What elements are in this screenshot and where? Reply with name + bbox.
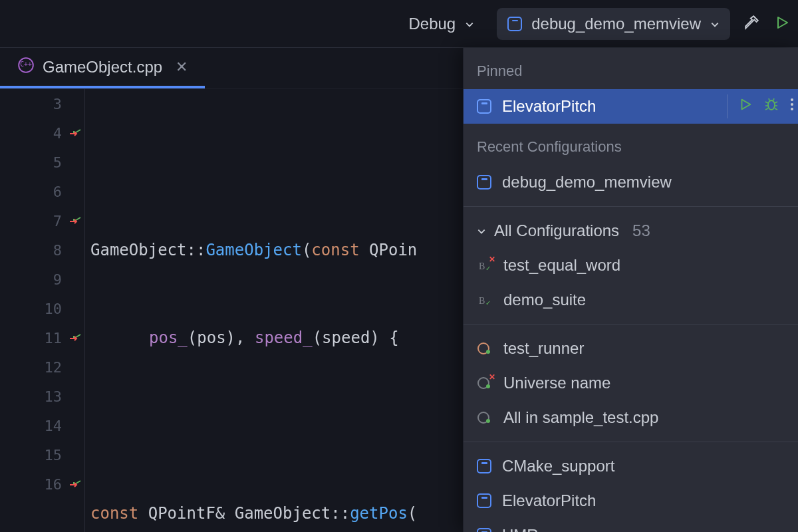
config-label: ElevatorPitch <box>502 97 596 116</box>
app-target-icon <box>477 99 491 114</box>
all-configs-count: 53 <box>632 221 650 240</box>
chevron-down-icon <box>477 221 486 240</box>
catch-test-icon <box>477 410 493 426</box>
app-target-icon <box>477 528 491 532</box>
line-number: 10 <box>0 294 84 323</box>
vcs-change-marker[interactable] <box>68 128 82 138</box>
line-number: 13 <box>0 382 84 411</box>
config-item-cmake-support[interactable]: CMake_support <box>464 449 798 483</box>
build-config-label: Debug <box>408 15 456 33</box>
tab-gameobject-cpp[interactable]: C++ GameObject.cpp ✕ <box>0 48 205 88</box>
config-label: test_runner <box>503 339 584 358</box>
config-label: demo_suite <box>503 291 586 309</box>
boost-test-icon: B✓ <box>477 257 493 273</box>
config-label: test_equal_word <box>503 256 620 275</box>
debug-icon[interactable] <box>763 96 779 116</box>
vcs-change-marker[interactable] <box>68 479 82 489</box>
catch-test-icon <box>477 340 493 356</box>
svg-text:B: B <box>479 296 485 306</box>
config-item-elevatorpitch-2[interactable]: ElevatorPitch <box>464 483 798 518</box>
config-label: ElevatorPitch <box>502 491 596 510</box>
svg-point-15 <box>486 419 490 423</box>
line-number: 3 <box>0 89 84 118</box>
app-target-icon <box>507 17 522 31</box>
svg-text:B: B <box>479 261 485 271</box>
line-number: 4 <box>0 118 84 148</box>
config-item-debug-demo-memview[interactable]: debug_demo_memview <box>464 165 798 200</box>
chevron-down-icon <box>710 15 720 33</box>
close-tab-button[interactable]: ✕ <box>176 59 188 76</box>
config-item-umr[interactable]: UMR <box>464 518 798 532</box>
run-button[interactable] <box>774 15 790 33</box>
top-toolbar: Debug debug_demo_memview <box>0 0 798 48</box>
line-number: 9 <box>0 265 84 294</box>
catch-test-icon <box>477 375 493 391</box>
config-label: UMR <box>502 526 539 532</box>
config-item-universe-name[interactable]: Universe name <box>464 366 798 400</box>
run-icon[interactable] <box>738 97 753 116</box>
vcs-change-marker[interactable] <box>68 333 82 342</box>
divider <box>464 206 798 207</box>
run-config-dropdown: Pinned ElevatorPitch Recent Configuratio… <box>463 48 798 532</box>
run-config-label: debug_demo_memview <box>531 15 701 33</box>
svg-point-3 <box>791 98 793 101</box>
line-number: 11 <box>0 323 84 352</box>
app-target-icon <box>477 175 491 190</box>
svg-point-11 <box>486 350 490 354</box>
line-number: 12 <box>0 352 84 382</box>
vcs-change-marker[interactable] <box>68 216 82 225</box>
divider <box>464 442 798 442</box>
config-item-elevatorpitch[interactable]: ElevatorPitch <box>464 89 798 124</box>
config-label: Universe name <box>503 374 610 392</box>
app-target-icon <box>477 493 491 508</box>
svg-point-2 <box>768 100 775 110</box>
svg-point-13 <box>486 384 490 388</box>
svg-text:C++: C++ <box>20 61 32 68</box>
gutter: 3 4 5 6 7 8 9 10 11 12 13 14 15 16 <box>0 89 85 532</box>
svg-text:✓: ✓ <box>485 265 491 272</box>
config-label: CMake_support <box>502 457 614 475</box>
line-number: 14 <box>0 411 84 440</box>
chevron-down-icon <box>465 15 474 33</box>
config-item-test-runner[interactable]: test_runner <box>464 331 798 366</box>
line-number: 8 <box>0 235 84 265</box>
pinned-section-title: Pinned <box>464 48 798 89</box>
config-item-test-equal-word[interactable]: B✓ test_equal_word <box>464 248 798 283</box>
line-number: 6 <box>0 177 84 206</box>
all-configs-label: All Configurations <box>494 221 619 240</box>
svg-point-4 <box>791 103 793 106</box>
line-number: 7 <box>0 206 84 235</box>
all-configs-toggle[interactable]: All Configurations 53 <box>464 213 798 248</box>
run-config-select[interactable]: debug_demo_memview <box>497 8 730 40</box>
config-item-actions <box>727 94 798 118</box>
config-item-all-sample-test[interactable]: All in sample_test.cpp <box>464 400 798 435</box>
svg-point-5 <box>791 108 793 110</box>
more-icon[interactable] <box>790 96 794 116</box>
line-number: 16 <box>0 469 84 499</box>
app-target-icon <box>477 459 491 473</box>
build-config-select[interactable]: Debug <box>399 9 483 39</box>
config-item-demo-suite[interactable]: B✓ demo_suite <box>464 283 798 317</box>
separator <box>727 94 728 118</box>
cpp-file-icon: C++ <box>17 57 35 78</box>
recent-section-title: Recent Configurations <box>464 124 798 165</box>
boost-test-icon: B✓ <box>477 292 493 308</box>
config-label: debug_demo_memview <box>502 173 672 192</box>
svg-text:✓: ✓ <box>485 299 491 307</box>
tab-label: GameObject.cpp <box>43 58 162 76</box>
line-number: 15 <box>0 440 84 469</box>
build-button[interactable] <box>743 14 761 34</box>
divider <box>464 324 798 325</box>
config-label: All in sample_test.cpp <box>503 408 658 427</box>
line-number: 5 <box>0 148 84 177</box>
